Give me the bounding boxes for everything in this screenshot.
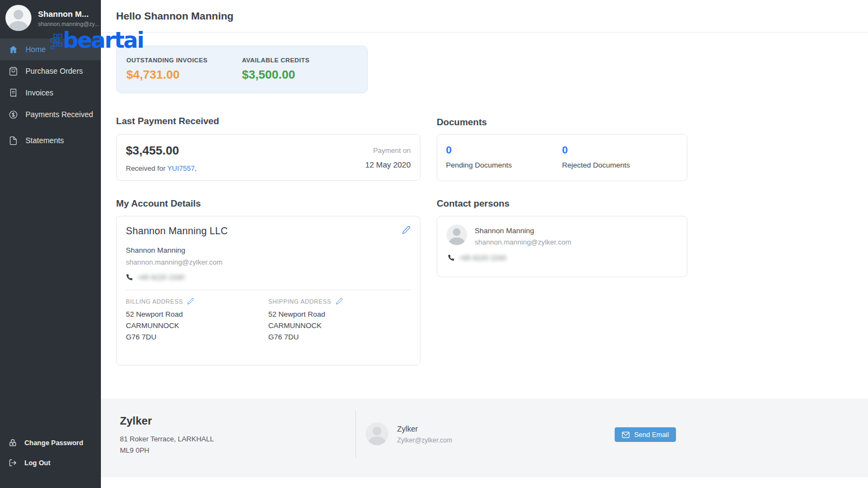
contact-person-name: Shannon Manning [475, 227, 571, 235]
sidebar-item-invoices[interactable]: Invoices [0, 82, 101, 104]
home-icon [9, 45, 18, 54]
billing-address-label: BILLING ADDRESS [126, 298, 183, 305]
change-password-button[interactable]: Change Password [0, 433, 101, 453]
log-out-label: Log Out [24, 459, 50, 467]
sidebar-profile[interactable]: Shannon M... shannon.manning@zy... [0, 0, 101, 36]
invoices-receipt-icon [9, 88, 18, 98]
org-contact-name: Zylker [397, 425, 452, 433]
log-out-button[interactable]: Log Out [0, 453, 101, 473]
received-for-suffix: , [195, 164, 197, 172]
phone-icon [126, 274, 133, 281]
sidebar-item-home[interactable]: Home [0, 38, 101, 60]
send-email-button[interactable]: Send Email [615, 427, 676, 442]
org-contact-email: Zylker@zylker.com [397, 436, 452, 444]
profile-email: shannon.manning@zy... [38, 21, 95, 27]
documents-section-title: Documents [437, 117, 487, 128]
change-password-label: Change Password [24, 439, 83, 447]
sidebar-item-label: Home [25, 45, 46, 54]
last-payment-card: $3,455.00 Received for YUI7557, Payment … [116, 134, 420, 181]
contact-persons-section-title: Contact persons [437, 198, 509, 209]
sidebar-item-statements[interactable]: Statements [0, 130, 101, 151]
send-email-label: Send Email [634, 431, 669, 439]
account-section-title: My Account Details [116, 198, 201, 209]
sidebar-item-label: Payments Received [25, 110, 93, 119]
divider [126, 290, 411, 290]
profile-name: Shannon M... [38, 9, 95, 18]
divider [355, 410, 356, 458]
purchase-orders-bag-icon [9, 67, 18, 76]
outstanding-invoices-stat: OUTSTANDING INVOICES $4,731.00 [126, 57, 242, 82]
contact-person-email: shannon.manning@zylker.com [475, 238, 571, 246]
last-payment-section-title: Last Payment Received [116, 116, 219, 127]
last-payment-amount: $3,455.00 [126, 144, 197, 158]
sidebar-item-label: Invoices [25, 88, 53, 97]
last-payment-received-for: Received for YUI7557, [126, 164, 197, 172]
sidebar-item-purchase-orders[interactable]: Purchase Orders [0, 60, 101, 82]
sidebar-item-label: Purchase Orders [25, 67, 83, 75]
billing-address-line: CARMUNNOCK [126, 320, 269, 332]
org-address: 81 Roker Terrace, LARKHALL ML9 0PH [120, 434, 214, 457]
account-contact-name: Shannon Manning [126, 246, 411, 254]
payments-dollar-icon [9, 110, 18, 119]
shipping-address-block: SHIPPING ADDRESS 52 Newport Road CARMUNN… [269, 298, 411, 343]
edit-shipping-pencil-icon[interactable] [336, 298, 343, 305]
user-avatar-icon [5, 5, 31, 31]
rejected-documents-count[interactable]: 0 [562, 144, 678, 156]
rejected-documents-stat: 0 Rejected Documents [562, 144, 678, 171]
billing-address-line: 52 Newport Road [126, 309, 269, 320]
account-email: shannon.manning@zylker.com [126, 258, 411, 266]
org-address-line1: 81 Roker Terrace, LARKHALL [120, 434, 214, 445]
payment-date: 12 May 2020 [365, 160, 411, 169]
summary-card: OUTSTANDING INVOICES $4,731.00 AVAILABLE… [116, 46, 368, 93]
payment-reference-link[interactable]: YUI7557 [167, 164, 195, 172]
available-credits-stat: AVAILABLE CREDITS $3,500.00 [242, 57, 358, 82]
phone-icon [448, 254, 455, 261]
shipping-address-line: CARMUNNOCK [269, 320, 411, 332]
statements-file-icon [9, 136, 18, 145]
outstanding-invoices-value: $4,731.00 [126, 68, 242, 82]
page-title: Hello Shannon Manning [116, 10, 233, 22]
account-company-name: Shannon Manning LLC [126, 226, 228, 237]
sidebar: Shannon M... shannon.manning@zy... Home … [0, 0, 101, 488]
org-avatar-icon [366, 422, 388, 445]
outstanding-invoices-label: OUTSTANDING INVOICES [126, 57, 242, 63]
org-name: Zylker [120, 415, 214, 427]
contact-phone-blurred: +65 6220 2330 [459, 254, 506, 262]
sidebar-nav: Home Purchase Orders Invoices Payments R… [0, 38, 101, 151]
account-details-card: Shannon Manning LLC Shannon Manning shan… [116, 216, 420, 365]
shipping-address-label: SHIPPING ADDRESS [269, 298, 331, 305]
shipping-address-line: G76 7DU [269, 332, 411, 343]
pending-documents-stat: 0 Pending Documents [446, 144, 562, 171]
edit-account-pencil-icon[interactable] [402, 226, 411, 234]
org-contact-block: Zylker Zylker@zylker.com [366, 422, 452, 445]
account-phone-blurred: +65 6220 2330 [137, 273, 184, 281]
topbar: Hello Shannon Manning [101, 0, 868, 33]
logout-icon [9, 459, 17, 467]
pending-documents-label: Pending Documents [446, 161, 562, 169]
pending-documents-count[interactable]: 0 [446, 144, 562, 156]
available-credits-value: $3,500.00 [242, 68, 358, 82]
received-for-text: Received for [126, 164, 167, 172]
rejected-documents-label: Rejected Documents [562, 161, 678, 169]
available-credits-label: AVAILABLE CREDITS [242, 57, 358, 63]
shipping-address-line: 52 Newport Road [269, 309, 411, 320]
org-footer: Zylker 81 Roker Terrace, LARKHALL ML9 0P… [101, 399, 868, 477]
sidebar-item-label: Statements [25, 136, 64, 145]
customer-portal-page: Shannon M... shannon.manning@zy... Home … [0, 0, 868, 488]
sidebar-item-payments-received[interactable]: Payments Received [0, 104, 101, 125]
contact-avatar-icon [446, 224, 467, 245]
payment-on-label: Payment on [365, 146, 411, 155]
lock-icon [9, 439, 17, 447]
billing-address-block: BILLING ADDRESS 52 Newport Road CARMUNNO… [126, 298, 269, 343]
org-address-line2: ML9 0PH [120, 445, 214, 457]
contact-persons-card: Shannon Manning shannon.manning@zylker.c… [437, 216, 687, 277]
edit-billing-pencil-icon[interactable] [187, 298, 194, 305]
documents-card: 0 Pending Documents 0 Rejected Documents [437, 134, 687, 181]
envelope-icon [622, 432, 630, 438]
billing-address-line: G76 7DU [126, 332, 269, 343]
sidebar-bottom: Change Password Log Out [0, 433, 101, 473]
